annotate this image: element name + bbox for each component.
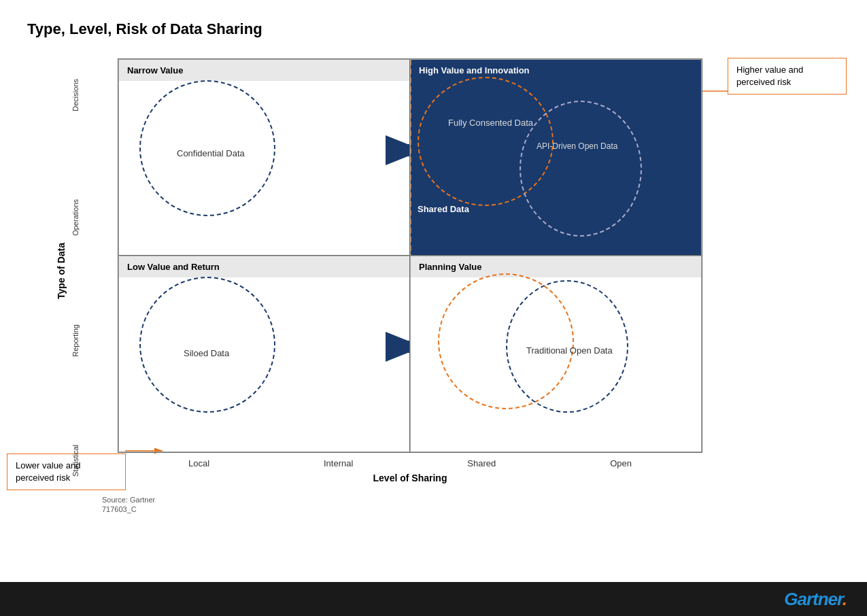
fully-consented-label: Fully Consented Data <box>448 118 533 128</box>
matrix-grid: Narrow Value Confidential Data <box>118 58 702 453</box>
quadrant-bottom-left-header: Low Value and Return <box>119 256 409 277</box>
orange-dashed-line-bottom <box>411 256 411 451</box>
arrow-top <box>386 133 410 167</box>
shared-data-label: Shared Data <box>418 204 469 214</box>
confidential-data-label: Confidential Data <box>177 148 245 158</box>
quadrant-top-left: Narrow Value Confidential Data <box>118 59 410 256</box>
x-axis-title: Level of Sharing <box>118 473 702 483</box>
quadrant-top-right: High Value and Innovation Fully Consente… <box>410 59 702 256</box>
siloed-data-label: Siloed Data <box>184 348 229 358</box>
quadrant-bottom-right: Planning Value Traditional Open Data <box>410 256 702 452</box>
y-axis-ticks: Decisions Operations Reporting Statistic… <box>71 58 112 483</box>
arrow-bottom <box>386 330 410 364</box>
traditional-open-label: Traditional Open Data <box>526 345 613 357</box>
y-axis-label: Type of Data <box>54 58 68 483</box>
api-driven-label: API-Driven Open Data <box>537 141 617 152</box>
quadrant-top-left-header: Narrow Value <box>119 60 409 81</box>
siloed-data-circle <box>139 277 275 413</box>
source-text: Source: Gartner <box>102 496 840 504</box>
x-axis-labels: Local Internal Shared Open <box>118 458 702 468</box>
code-text: 717603_C <box>102 505 840 513</box>
page-title: Type, Level, Risk of Data Sharing <box>27 20 840 38</box>
footer-bar: Gartner. <box>0 582 867 616</box>
quadrant-bottom-right-header: Planning Value <box>411 256 701 277</box>
gartner-logo: Gartner. <box>784 589 847 610</box>
api-driven-circle <box>520 101 642 237</box>
quadrant-bottom-left: Low Value and Return Siloed Data <box>118 256 410 452</box>
